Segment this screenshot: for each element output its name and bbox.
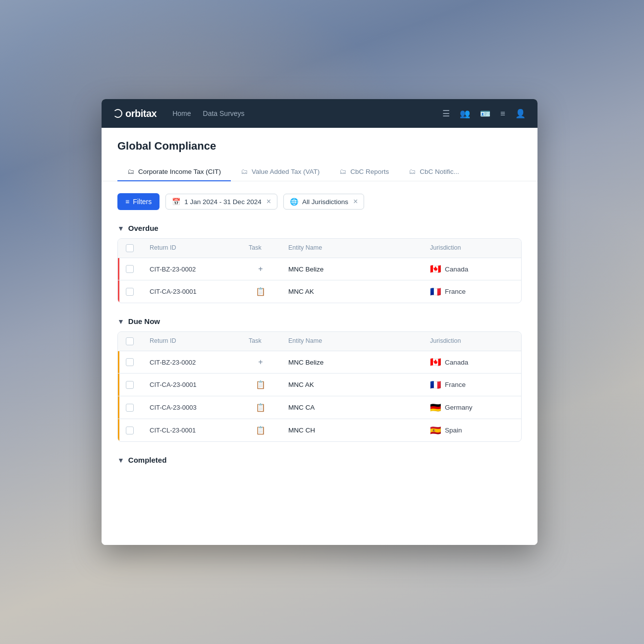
page-title: Global Compliance: [117, 140, 522, 153]
overdue-col-jurisdiction: Jurisdiction: [422, 239, 521, 258]
due-now-row-2[interactable]: CIT-CA-23-0001 📋 MNC AK 🇫🇷 France: [118, 374, 521, 396]
due-now-row-3-indicator: [118, 396, 119, 419]
due-now-row-4-jurisdiction: 🇪🇸 Spain: [422, 420, 521, 441]
overdue-col-entity: Entity Name: [280, 239, 422, 258]
due-now-row-1[interactable]: CIT-BZ-23-0002 + MNC Belize 🇨🇦 Canada: [118, 351, 521, 374]
user-icon[interactable]: 👤: [515, 109, 526, 118]
overdue-row-1[interactable]: CIT-BZ-23-0002 + MNC Belize 🇨🇦 Canada: [118, 258, 521, 280]
due-now-row-2-jurisdiction-cell: 🇫🇷 France: [430, 380, 513, 389]
overdue-row-1-country: Canada: [445, 266, 468, 273]
tab-vat[interactable]: 🗂 Value Added Tax (VAT): [231, 162, 329, 181]
overdue-row-1-task[interactable]: +: [241, 258, 280, 280]
tab-cbc-notific-icon: 🗂: [409, 167, 416, 175]
due-now-row-4-country: Spain: [445, 427, 462, 434]
due-now-row-2-id: CIT-CA-23-0001: [142, 375, 241, 395]
tab-vat-icon: 🗂: [241, 167, 248, 175]
due-now-row-2-task[interactable]: 📋: [241, 374, 280, 396]
due-now-row-2-indicator: [118, 374, 119, 396]
due-now-row-3-entity: MNC CA: [280, 397, 422, 418]
due-now-row-1-country: Canada: [445, 359, 468, 366]
due-now-row-4-flag: 🇪🇸: [430, 426, 441, 435]
people-icon[interactable]: 👥: [460, 109, 470, 118]
overdue-section: ▼ Overdue Return ID Task Entity Name Jur…: [117, 224, 522, 303]
overdue-section-header[interactable]: ▼ Overdue: [117, 224, 522, 232]
jurisdiction-filter-close-icon[interactable]: ×: [353, 198, 358, 206]
app-window: orbitax Home Data Surveys ☰ 👥 🪪 ≡ 👤 Glob…: [102, 99, 537, 545]
date-filter-tag[interactable]: 📅 1 Jan 2024 - 31 Dec 2024 ×: [165, 194, 277, 210]
overdue-row-2-task[interactable]: 📋: [241, 280, 280, 303]
due-now-row-2-country: France: [445, 381, 466, 388]
due-now-col-task: Task: [241, 332, 280, 351]
due-now-row-4-jurisdiction-cell: 🇪🇸 Spain: [430, 426, 513, 435]
due-now-row-3-jurisdiction: 🇩🇪 Germany: [422, 397, 521, 419]
overdue-row-1-flag: 🇨🇦: [430, 265, 441, 273]
tab-cit-icon: 🗂: [127, 167, 134, 175]
due-now-row-1-checkbox[interactable]: [126, 358, 134, 366]
tab-cbc-reports-icon: 🗂: [339, 167, 346, 175]
due-now-col-return-id: Return ID: [142, 332, 241, 351]
due-now-select-all-checkbox[interactable]: [126, 337, 134, 345]
top-navigation: orbitax Home Data Surveys ☰ 👥 🪪 ≡ 👤: [102, 99, 537, 128]
due-now-table: Return ID Task Entity Name Jurisdiction …: [117, 331, 522, 442]
due-now-row-4[interactable]: CIT-CL-23-0001 📋 MNC CH 🇪🇸 Spain: [118, 419, 521, 441]
overdue-row-1-jurisdiction-cell: 🇨🇦 Canada: [430, 265, 513, 273]
completed-section: ▼ Completed: [117, 456, 522, 464]
due-now-row-2-checkbox[interactable]: [126, 381, 134, 389]
tab-cit[interactable]: 🗂 Corporate Income Tax (CIT): [117, 162, 231, 181]
filters-button[interactable]: ≡ Filters: [117, 193, 160, 210]
overdue-table: Return ID Task Entity Name Jurisdiction …: [117, 238, 522, 303]
nav-data-surveys[interactable]: Data Surveys: [203, 107, 245, 119]
overdue-row-2[interactable]: CIT-CA-23-0001 📋 MNC AK 🇫🇷 France: [118, 280, 521, 303]
list-icon[interactable]: ☰: [442, 109, 450, 118]
tab-cbc-reports[interactable]: 🗂 CbC Reports: [329, 162, 399, 181]
completed-chevron-icon: ▼: [117, 456, 124, 464]
nav-home[interactable]: Home: [172, 107, 191, 119]
tab-cit-label: Corporate Income Tax (CIT): [138, 168, 221, 175]
completed-title: Completed: [128, 456, 167, 464]
tab-bar: 🗂 Corporate Income Tax (CIT) 🗂 Value Add…: [117, 162, 522, 181]
overdue-row-2-country: France: [445, 288, 466, 295]
due-now-row-4-task[interactable]: 📋: [241, 419, 280, 441]
due-now-row-3-checkbox[interactable]: [126, 404, 134, 412]
due-now-row-3-country: Germany: [445, 404, 473, 411]
due-now-row-4-checkbox-cell: [118, 420, 142, 441]
due-now-row-2-checkbox-cell: [118, 375, 142, 395]
jurisdiction-filter-tag[interactable]: 🌐 All Jurisdictions ×: [283, 194, 364, 210]
due-now-row-1-indicator: [118, 351, 119, 373]
tab-vat-label: Value Added Tax (VAT): [252, 168, 320, 175]
overdue-row-2-flag: 🇫🇷: [430, 287, 441, 296]
logo[interactable]: orbitax: [113, 108, 157, 119]
overdue-table-header: Return ID Task Entity Name Jurisdiction: [118, 239, 521, 258]
due-now-col-entity: Entity Name: [280, 332, 422, 351]
due-now-row-4-checkbox[interactable]: [126, 427, 134, 434]
overdue-row-1-checkbox[interactable]: [126, 265, 134, 273]
overdue-row-1-indicator: [118, 258, 119, 280]
date-filter-close-icon[interactable]: ×: [267, 198, 271, 206]
main-content: ≡ Filters 📅 1 Jan 2024 - 31 Dec 2024 × 🌐…: [102, 181, 537, 545]
due-now-row-4-indicator: [118, 419, 119, 441]
overdue-select-all-checkbox[interactable]: [126, 244, 134, 252]
overdue-chevron-icon: ▼: [117, 224, 124, 232]
due-now-section: ▼ Due Now Return ID Task Entity Name Jur…: [117, 317, 522, 442]
due-now-row-2-entity: MNC AK: [280, 375, 422, 395]
tab-cbc-notific[interactable]: 🗂 CbC Notific...: [399, 162, 469, 181]
due-now-row-4-id: CIT-CL-23-0001: [142, 420, 241, 440]
due-now-section-header[interactable]: ▼ Due Now: [117, 317, 522, 325]
due-now-header-checkbox[interactable]: [118, 332, 142, 351]
due-now-row-3[interactable]: CIT-CA-23-0003 📋 MNC CA 🇩🇪 Germany: [118, 396, 521, 419]
due-now-row-3-jurisdiction-cell: 🇩🇪 Germany: [430, 403, 513, 412]
due-now-row-2-flag: 🇫🇷: [430, 380, 441, 389]
overdue-col-return-id: Return ID: [142, 239, 241, 258]
overdue-row-2-checkbox[interactable]: [126, 288, 134, 296]
due-now-row-1-jurisdiction: 🇨🇦 Canada: [422, 351, 521, 373]
card-icon[interactable]: 🪪: [480, 109, 490, 118]
completed-section-header[interactable]: ▼ Completed: [117, 456, 522, 464]
due-now-row-1-flag: 🇨🇦: [430, 358, 441, 367]
menu-icon[interactable]: ≡: [500, 109, 505, 118]
due-now-chevron-icon: ▼: [117, 318, 124, 325]
overdue-header-checkbox[interactable]: [118, 239, 142, 258]
nav-links: Home Data Surveys: [172, 107, 427, 119]
due-now-row-3-task[interactable]: 📋: [241, 396, 280, 419]
tab-cbc-notific-label: CbC Notific...: [420, 168, 459, 175]
due-now-row-1-task[interactable]: +: [241, 351, 280, 373]
